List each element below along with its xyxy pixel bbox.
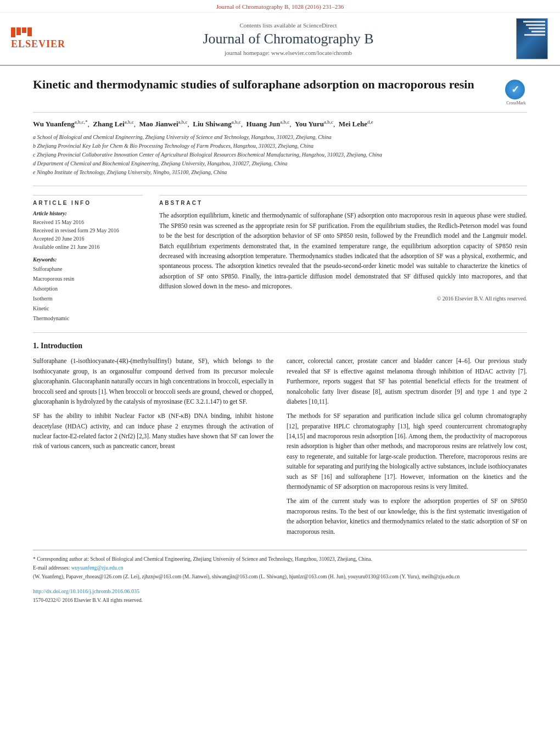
intro-para-2: SF has the ability to inhibit Nuclear Fa… [33,411,273,451]
crossmark: ✓ CrossMark [505,80,527,105]
journal-reference: Journal of Chromatography B, 1028 (2016)… [216,3,344,10]
keywords-label: Keywords: [33,256,143,263]
doi-line: http://dx.doi.org/10.1016/j.jchromb.2016… [33,587,527,596]
corresponding-author-note: * Corresponding author at: School of Bio… [33,555,527,564]
author-3: Mao Jianweia,b,c [139,120,187,128]
cover-line-1 [523,21,545,23]
article-title: Kinetic and thermodynamic studies of sul… [33,77,497,93]
keyword-6: Thermodynamic [33,314,143,323]
affiliation-a: a School of Biological and Chemical Engi… [33,133,527,142]
intro-para-5: The aim of the current study was to expl… [287,496,527,537]
copyright: © 2016 Elsevier B.V. All rights reserved… [159,295,527,302]
keyword-4: Isotherm [33,294,143,304]
keyword-5: Kinetic [33,304,143,314]
logo-bars [11,27,60,37]
affiliation-d: d Department of Chemical and Biochemical… [33,159,527,168]
logo-bar-2 [16,27,21,35]
journal-header: ELSEVIER Contents lists available at Sci… [0,13,560,66]
footnotes: * Corresponding author at: School of Bio… [33,550,527,605]
article-info-col: ARTICLE INFO Article history: Received 1… [33,195,143,323]
intro-body: Sulforaphane (1-isothiocyanate-(4R)-(met… [33,356,527,541]
abstract-text: The adsorption equilibrium, kinetic and … [159,210,527,291]
cover-line-3 [529,27,545,29]
revised-date: Received in revised form 29 May 2016 [33,226,143,235]
introduction-section: 1. Introduction Sulforaphane (1-isothioc… [33,342,527,541]
author-1: Wu Yuanfenga,b,c,* [33,120,88,128]
abstract-col: ABSTRACT The adsorption equilibrium, kin… [159,195,527,323]
author-4: Liu Shiwanga,b,c [193,120,240,128]
article-info-box: ARTICLE INFO Article history: Received 1… [33,195,143,323]
header-center: Contents lists available at ScienceDirec… [71,22,505,56]
authors-line: Wu Yuanfenga,b,c,*, Zhang Leia,b,c, Mao … [33,119,527,129]
intro-para-1: Sulforaphane (1-isothiocyanate-(4R)-(met… [33,356,273,406]
doi-text[interactable]: http://dx.doi.org/10.1016/j.jchromb.2016… [33,588,139,594]
section-divider [33,186,527,186]
author-7: Mei Lehed,e [339,120,373,128]
logo-bar-4 [27,27,32,36]
abstract-box: ABSTRACT The adsorption equilibrium, kin… [159,195,527,302]
top-bar: Journal of Chromatography B, 1028 (2016)… [0,0,560,13]
keyword-3: Adsorption [33,284,143,294]
received-date: Received 15 May 2016 [33,218,143,226]
article-info-label: ARTICLE INFO [33,200,143,206]
keywords-section: Keywords: Sulforaphane Macroporous resin… [33,256,143,323]
article-history: Article history: Received 15 May 2016 Re… [33,210,143,251]
article-info-abstract: ARTICLE INFO Article history: Received 1… [33,195,527,323]
author-5: Huang Juna,b,c [247,120,290,128]
email-note: E-mail addresses: wuyuanfeng@zju.edu.cn [33,564,527,572]
accepted-date: Accepted 20 June 2016 [33,235,143,243]
logo-bar-1 [11,27,15,37]
author-2: Zhang Leia,b,c [93,120,133,128]
available-date: Available online 21 June 2016 [33,243,143,251]
keyword-1: Sulforaphane [33,264,143,274]
article-title-section: Kinetic and thermodynamic studies of sul… [33,77,527,113]
elsevier-brand-text: ELSEVIER [11,38,60,50]
journal-cover [516,18,549,59]
crossmark-label: CrossMark [505,101,527,105]
email-label: E-mail addresses: [33,565,70,571]
intro-para-4: The methods for SF separation and purifi… [287,411,527,492]
cover-image [516,18,548,59]
intro-para-3: cancer, colorectal cancer, prostate canc… [287,356,527,406]
intro-right-col: cancer, colorectal cancer, prostate canc… [287,356,527,541]
logo-bar-3 [22,27,26,33]
affiliations: a School of Biological and Chemical Engi… [33,133,527,177]
history-label: Article history: [33,210,143,216]
elsevier-logo: ELSEVIER [11,27,60,50]
journal-title: Journal of Chromatography B [71,31,505,47]
intro-left-col: Sulforaphane (1-isothiocyanate-(4R)-(met… [33,356,273,541]
cover-line-4 [531,31,545,32]
affiliation-c: c Zhejiang Provincial Collaborative Inno… [33,150,527,159]
affiliation-b: b Zhejiang Provincial Key Lab for Chem &… [33,142,527,150]
article-content: Kinetic and thermodynamic studies of sul… [0,66,560,616]
issn-line: 1570-0232/© 2016 Elsevier B.V. All right… [33,596,527,605]
body-divider [33,332,527,333]
abstract-label: ABSTRACT [159,200,527,206]
email-link-1[interactable]: wuyuanfeng@zju.edu.cn [71,565,124,571]
cover-line-2 [526,24,545,26]
affiliation-e: e Ningbo Institute of Technology, Zhejia… [33,168,527,177]
crossmark-icon: ✓ [505,80,525,99]
intro-heading: 1. Introduction [33,342,527,350]
keyword-2: Macroporous resin [33,274,143,284]
cover-line-5 [524,34,545,36]
journal-homepage: journal homepage: www.elsevier.com/locat… [71,49,505,56]
sciencedirect-text: Contents lists available at ScienceDirec… [71,22,505,29]
other-emails-note: (W. Yuanfeng), Papaver_rhoeas@126.com (Z… [33,572,527,581]
author-6: You Yurua,b,c [295,120,333,128]
